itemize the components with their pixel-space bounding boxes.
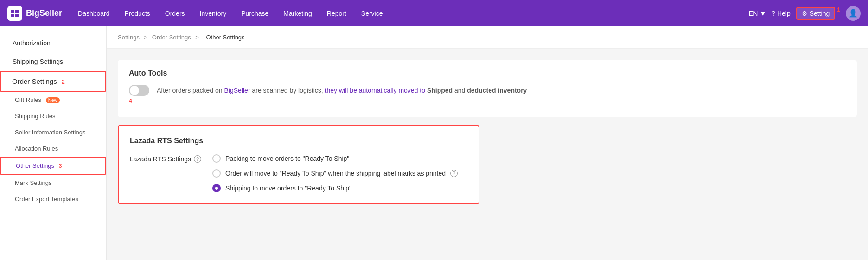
brand-logo[interactable]: BigSeller bbox=[7, 6, 62, 21]
auto-tools-toggle[interactable] bbox=[129, 85, 149, 96]
rts-option-packing[interactable]: Packing to move orders to "Ready To Ship… bbox=[212, 154, 458, 163]
rts-card-title: Lazada RTS Settings bbox=[130, 137, 467, 145]
breadcrumb-current: Other Settings bbox=[206, 34, 245, 41]
rts-settings-card: Lazada RTS Settings Lazada RTS Settings … bbox=[118, 125, 479, 204]
main-content: Settings > Order Settings > Other Settin… bbox=[107, 26, 868, 260]
rts-options: Packing to move orders to "Ready To Ship… bbox=[212, 154, 458, 192]
auto-tools-toggle-row: After orders packed on BigSeller are sca… bbox=[129, 85, 846, 96]
nav-inventory[interactable]: Inventory bbox=[193, 6, 233, 21]
rts-radio-packing[interactable] bbox=[212, 154, 221, 163]
logo-icon bbox=[7, 6, 22, 21]
rts-option-shipping[interactable]: Shipping to move orders to "Ready To Shi… bbox=[212, 184, 458, 192]
rts-option-packing-label: Packing to move orders to "Ready To Ship… bbox=[225, 155, 349, 162]
help-button[interactable]: ? Help bbox=[772, 10, 791, 17]
svg-rect-0 bbox=[11, 10, 14, 13]
sidebar-item-shipping-rules[interactable]: Shipping Rules bbox=[0, 108, 106, 124]
main-layout: Authorization Shipping Settings Order Se… bbox=[0, 26, 868, 260]
sidebar-item-authorization[interactable]: Authorization bbox=[0, 34, 106, 52]
sidebar-item-gift-rules[interactable]: Gift Rules New bbox=[0, 92, 106, 108]
setting-button[interactable]: ⚙ Setting bbox=[796, 7, 836, 20]
rts-radio-label-printed[interactable] bbox=[212, 169, 221, 178]
nav-products[interactable]: Products bbox=[118, 6, 157, 21]
svg-rect-1 bbox=[15, 10, 19, 13]
user-avatar[interactable]: 👤 bbox=[846, 6, 861, 21]
svg-rect-2 bbox=[11, 14, 14, 17]
rts-label: Lazada RTS Settings ? bbox=[130, 154, 201, 192]
rts-label-help-icon[interactable]: ? bbox=[194, 155, 201, 163]
nav-marketing[interactable]: Marketing bbox=[277, 6, 318, 21]
nav-report[interactable]: Report bbox=[320, 6, 353, 21]
chevron-down-icon: ▼ bbox=[760, 10, 766, 17]
badge-2: 2 bbox=[62, 79, 65, 85]
rts-option-label-printed-label: Order will move to "Ready To Ship" when … bbox=[225, 170, 446, 177]
nav-dashboard[interactable]: Dashboard bbox=[71, 6, 116, 21]
question-icon: ? bbox=[772, 10, 775, 17]
rts-radio-shipping[interactable] bbox=[212, 184, 221, 192]
nav-items: Dashboard Products Orders Inventory Purc… bbox=[71, 6, 749, 21]
content-body: Auto Tools After orders packed on BigSel… bbox=[107, 49, 868, 216]
auto-tools-description: After orders packed on BigSeller are sca… bbox=[157, 86, 527, 95]
nav-right: EN ▼ ? Help ⚙ Setting 1 👤 bbox=[749, 6, 861, 21]
sidebar-item-order-export[interactable]: Order Export Templates bbox=[0, 191, 106, 207]
sidebar-item-other-settings[interactable]: Other Settings 3 bbox=[0, 157, 106, 175]
breadcrumb-settings[interactable]: Settings bbox=[118, 34, 140, 41]
badge-3: 3 bbox=[59, 163, 62, 169]
sidebar: Authorization Shipping Settings Order Se… bbox=[0, 26, 107, 260]
breadcrumb-order-settings[interactable]: Order Settings bbox=[152, 34, 191, 41]
nav-service[interactable]: Service bbox=[355, 6, 389, 21]
sidebar-item-allocation-rules[interactable]: Allocation Rules bbox=[0, 140, 106, 157]
rts-option-label-printed[interactable]: Order will move to "Ready To Ship" when … bbox=[212, 169, 458, 178]
sidebar-item-order-settings[interactable]: Order Settings 2 bbox=[0, 71, 106, 92]
sidebar-item-shipping-settings[interactable]: Shipping Settings bbox=[0, 52, 106, 71]
badge-4: 4 bbox=[129, 98, 846, 104]
language-selector[interactable]: EN ▼ bbox=[749, 10, 766, 17]
rts-option-label-printed-help-icon[interactable]: ? bbox=[450, 170, 458, 177]
gift-rules-new-badge: New bbox=[46, 97, 60, 103]
breadcrumb: Settings > Order Settings > Other Settin… bbox=[107, 26, 868, 49]
rts-option-shipping-label: Shipping to move orders to "Ready To Shi… bbox=[225, 184, 351, 192]
breadcrumb-sep-2: > bbox=[195, 34, 199, 41]
user-icon: 👤 bbox=[849, 9, 858, 18]
top-navigation: BigSeller Dashboard Products Orders Inve… bbox=[0, 0, 868, 26]
nav-purchase[interactable]: Purchase bbox=[235, 6, 275, 21]
badge-1: 1 bbox=[837, 6, 840, 13]
svg-rect-3 bbox=[15, 14, 19, 17]
brand-name: BigSeller bbox=[26, 8, 62, 18]
sidebar-item-seller-info[interactable]: Seller Information Settings bbox=[0, 124, 106, 140]
sidebar-item-mark-settings[interactable]: Mark Settings bbox=[0, 175, 106, 191]
auto-tools-title: Auto Tools bbox=[129, 69, 846, 77]
auto-tools-card: Auto Tools After orders packed on BigSel… bbox=[118, 60, 857, 117]
gear-icon: ⚙ bbox=[802, 10, 808, 17]
rts-row: Lazada RTS Settings ? Packing to move or… bbox=[130, 154, 467, 192]
breadcrumb-sep-1: > bbox=[144, 34, 148, 41]
nav-orders[interactable]: Orders bbox=[159, 6, 191, 21]
